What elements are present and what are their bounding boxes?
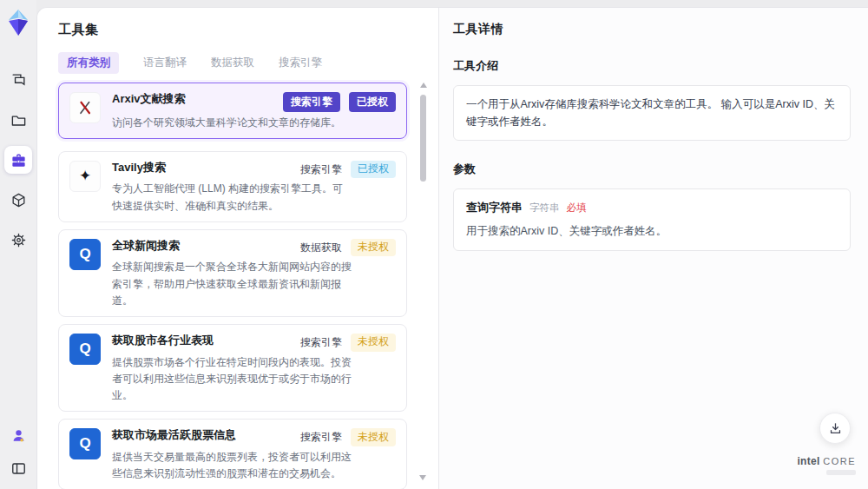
category-badge: 搜索引擎 [283, 92, 340, 112]
user-avatar-icon [10, 427, 27, 444]
scroll-down-icon[interactable] [419, 475, 426, 480]
list-scrollbar[interactable] [419, 83, 427, 480]
tool-card-sector-performance[interactable]: Q 获取股市各行业表现 搜索引擎 未授权 提供股票市场各个行业在特定时间段内的表… [58, 324, 407, 412]
app-sidebar [0, 0, 36, 489]
arxiv-logo-icon [69, 92, 101, 123]
tab-language-translation[interactable]: 语言翻译 [143, 52, 187, 74]
tool-list: Arxiv文献搜索 搜索引擎 已授权 访问各个研究领域大量科学论文和文章的存储库… [58, 83, 438, 489]
toolbox-icon [10, 152, 27, 169]
tool-name: Tavily搜索 [112, 159, 300, 176]
sidebar-item-account[interactable] [4, 421, 32, 449]
tool-badges: 搜索引擎 未授权 [300, 428, 396, 446]
param-description: 用于搜索的Arxiv ID、关键字或作者姓名。 [466, 223, 838, 240]
sidebar-item-collapse[interactable] [4, 454, 32, 482]
intel-sub-badge [826, 470, 856, 475]
market-logo-icon: Q [69, 334, 101, 365]
parameter-item: 查询字符串 字符串 必填 用于搜索的Arxiv ID、关键字或作者姓名。 [453, 188, 851, 251]
detail-title: 工具详情 [453, 22, 851, 37]
chat-icon [10, 72, 27, 89]
tool-name: Arxiv文献搜索 [112, 90, 283, 108]
tool-description: 访问各个研究领域大量科学论文和文章的存储库。 [112, 115, 352, 131]
market-logo-icon: Q [69, 428, 101, 459]
tab-all-categories[interactable]: 所有类别 [58, 52, 119, 74]
folder-icon [10, 112, 27, 129]
tavily-logo-icon: ✦ [69, 161, 101, 192]
tool-description: 专为人工智能代理 (LLM) 构建的搜索引擎工具。可快速提供实时、准确和真实的结… [112, 181, 352, 214]
main-panel: 工具集 所有类别 语言翻译 数据获取 搜索引擎 Arxiv文献搜索 [36, 7, 868, 489]
param-required-flag: 必填 [567, 202, 587, 215]
sidebar-item-settings[interactable] [4, 226, 32, 254]
gear-icon [10, 232, 27, 248]
intel-core-logo: intel core [797, 455, 856, 475]
tool-name: 获取市场最活跃股票信息 [112, 426, 300, 444]
intro-text-box: 一个用于从Arxiv存储库搜索科学论文和文章的工具。 输入可以是Arxiv ID… [453, 85, 851, 141]
tool-description: 提供股票市场各个行业在特定时间段内的表现。投资者可以利用这些信息来识别表现优于或… [112, 354, 352, 405]
tool-name: 获取股市各行业表现 [112, 332, 300, 349]
tools-list-panel: 工具集 所有类别 语言翻译 数据获取 搜索引擎 Arxiv文献搜索 [37, 8, 439, 489]
core-logo-text: core [823, 456, 856, 466]
tab-search-engine[interactable]: 搜索引擎 [279, 52, 322, 74]
scrollbar-thumb[interactable] [420, 95, 426, 182]
app-logo-icon [5, 9, 31, 36]
status-badge: 未授权 [351, 428, 396, 446]
tool-card-arxiv[interactable]: Arxiv文献搜索 搜索引擎 已授权 访问各个研究领域大量科学论文和文章的存储库… [58, 83, 407, 139]
status-badge: 未授权 [351, 334, 396, 352]
tool-card-global-news[interactable]: Q 全球新闻搜索 数据获取 未授权 全球新闻搜索是一个聚合全球各大新闻网站内容的… [58, 229, 407, 317]
tool-description: 提供当天交易量最高的股票列表，投资者可以利用这些信息来识别流动性强的股票和潜在的… [112, 449, 352, 482]
category-label: 数据获取 [300, 241, 342, 255]
download-icon [828, 421, 843, 436]
intel-logo-text: intel [797, 455, 819, 467]
cube-icon [10, 192, 27, 208]
param-type: 字符串 [529, 202, 560, 215]
params-heading: 参数 [453, 162, 851, 177]
news-search-logo-icon: Q [69, 239, 101, 270]
category-label: 搜索引擎 [300, 335, 342, 350]
category-label: 搜索引擎 [300, 430, 342, 445]
sidebar-item-plugins[interactable] [4, 186, 32, 214]
tool-badges: 数据获取 未授权 [300, 239, 396, 257]
tab-data-fetch[interactable]: 数据获取 [211, 52, 254, 74]
sidebar-item-toolbox[interactable] [4, 146, 32, 174]
status-badge: 已授权 [351, 161, 396, 179]
status-badge: 未授权 [351, 239, 396, 257]
download-button[interactable] [819, 413, 851, 444]
tool-name: 全球新闻搜索 [112, 237, 300, 254]
tool-badges: 搜索引擎 已授权 [283, 92, 396, 112]
sidebar-item-files[interactable] [4, 106, 32, 134]
tool-badges: 搜索引擎 未授权 [300, 334, 396, 352]
category-label: 搜索引擎 [300, 162, 342, 177]
status-badge: 已授权 [349, 92, 396, 112]
tool-detail-panel: 工具详情 工具介绍 一个用于从Arxiv存储库搜索科学论文和文章的工具。 输入可… [439, 8, 868, 489]
category-tabs: 所有类别 语言翻译 数据获取 搜索引擎 [58, 52, 438, 74]
param-name: 查询字符串 [466, 200, 523, 215]
scroll-up-icon[interactable] [420, 83, 427, 88]
panel-toggle-icon [10, 460, 27, 477]
tool-card-tavily[interactable]: ✦ Tavily搜索 搜索引擎 已授权 专为人工智能代理 (LLM) 构建的搜索… [58, 151, 407, 222]
sidebar-item-chat[interactable] [4, 66, 32, 94]
page-title: 工具集 [58, 22, 438, 38]
intro-heading: 工具介绍 [453, 58, 851, 74]
tool-badges: 搜索引擎 已授权 [300, 161, 396, 179]
tool-description: 全球新闻搜索是一个聚合全球各大新闻网站内容的搜索引擎，帮助用户快速获取全球最新资… [112, 259, 352, 309]
tool-card-active-stocks[interactable]: Q 获取市场最活跃股票信息 搜索引擎 未授权 提供当天交易量最高的股票列表，投资… [58, 419, 407, 489]
